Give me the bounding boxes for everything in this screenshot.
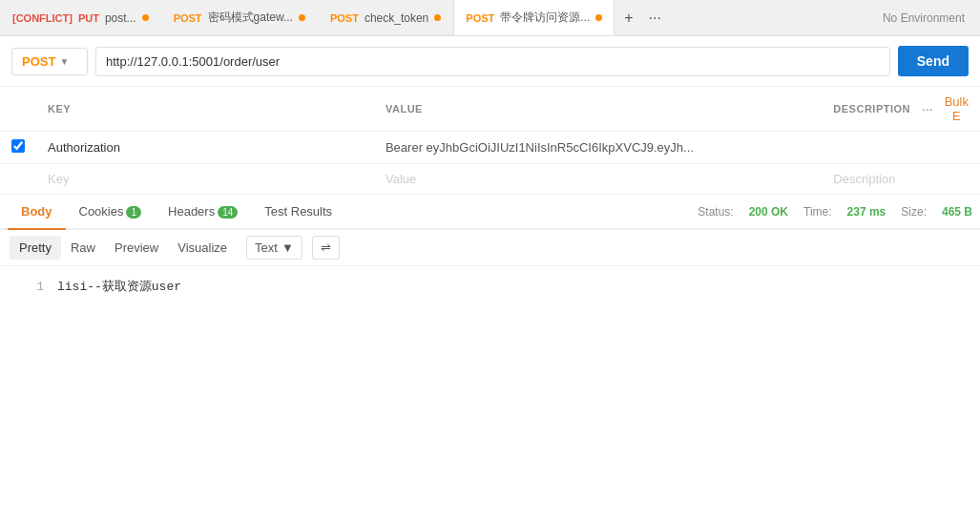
size-label: Size: [901,205,927,219]
send-button[interactable]: Send [898,46,969,76]
line-content: lisi--获取资源user [57,280,181,294]
col-desc-header: DESCRIPTION ··· Bulk E [822,87,980,132]
placeholder-value[interactable]: Value [374,164,822,195]
line-number: 1 [15,280,44,294]
resp-tab-headers[interactable]: Headers14 [155,195,251,230]
chevron-down-icon: ▼ [281,240,294,255]
tab-tab2[interactable]: POST密码模式gatew... [161,0,318,35]
status-info: Status: 200 OK Time: 237 ms Size: 465 B [698,205,972,219]
row-checkbox[interactable] [11,139,25,153]
row-checkbox-cell[interactable] [0,132,36,164]
col-key-header: KEY [36,87,374,132]
view-btn-raw[interactable]: Raw [61,236,105,260]
wrap-button[interactable]: ⇌ [312,236,340,260]
table-row-placeholder: Key Value Description [0,164,980,195]
view-btn-visualize[interactable]: Visualize [168,236,237,260]
more-tabs-button[interactable]: ··· [643,8,667,29]
chevron-down-icon: ▼ [59,56,69,67]
row-desc [822,132,980,164]
add-tab-button[interactable]: + [618,8,638,29]
view-buttons-group: PrettyRawPreviewVisualize [10,236,237,260]
view-btn-pretty[interactable]: Pretty [10,236,61,260]
time-value: 237 ms [847,205,886,219]
tab-tab3[interactable]: POSTcheck_token [318,0,453,35]
response-tabs-container: BodyCookies1Headers14Test Results [8,195,345,228]
resp-tab-test-results[interactable]: Test Results [251,195,345,230]
tab-actions: + ··· [618,8,667,29]
method-selector[interactable]: POST ▼ [11,48,88,75]
tab-tab1[interactable]: [CONFLICT]PUTpost... [0,0,161,35]
row-key: Authorization [36,132,374,164]
bulk-edit-button[interactable]: Bulk E [945,94,969,123]
row-value: Bearer eyJhbGciOiJIUzI1NiIsInR5cCI6IkpXV… [374,132,822,164]
placeholder-key[interactable]: Key [36,164,374,195]
resp-tab-body[interactable]: Body [8,195,66,230]
badge: 14 [218,206,238,219]
status-label: Status: [698,205,733,219]
table-row: Authorization Bearer eyJhbGciOiJIUzI1NiI… [0,132,980,164]
view-btn-preview[interactable]: Preview [105,236,168,260]
desc-label: DESCRIPTION [833,103,910,115]
headers-section: KEY VALUE DESCRIPTION ··· Bulk E Authori… [0,87,980,195]
col-value-header: VALUE [374,87,822,132]
method-label: POST [22,54,55,69]
url-input[interactable] [95,47,890,76]
tab-bar: [CONFLICT]PUTpost...POST密码模式gatew...POST… [0,0,980,36]
status-value: 200 OK [749,205,788,219]
headers-table: KEY VALUE DESCRIPTION ··· Bulk E Authori… [0,87,980,195]
size-value: 465 B [942,205,972,219]
wrap-icon: ⇌ [321,240,331,255]
resp-tab-cookies[interactable]: Cookies1 [66,195,156,230]
response-body: 1lisi--获取资源user [0,266,980,306]
response-tabs-bar: BodyCookies1Headers14Test Results Status… [0,195,980,230]
tabs-container: [CONFLICT]PUTpost...POST密码模式gatew...POST… [0,0,615,35]
environment-selector[interactable]: No Environment [867,11,980,25]
col-checkbox [0,87,36,132]
format-selector[interactable]: Text ▼ [246,236,302,260]
code-line: 1lisi--获取资源user [15,278,965,295]
url-bar: POST ▼ Send [0,36,980,87]
placeholder-desc: Description [822,164,980,195]
format-label: Text [255,240,278,255]
viewer-toolbar: PrettyRawPreviewVisualize Text ▼ ⇌ [0,230,980,266]
headers-more-button[interactable]: ··· [916,99,939,118]
badge: 1 [126,206,141,219]
time-label: Time: [803,205,832,219]
tab-tab4[interactable]: POST带令牌访问资源... [453,0,615,35]
